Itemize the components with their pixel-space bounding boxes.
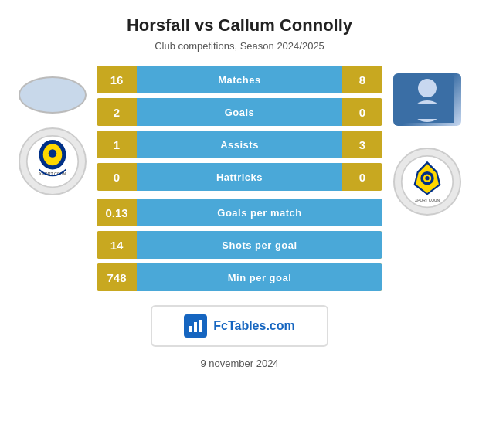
left-column: XPORT COUN bbox=[8, 66, 97, 195]
svg-rect-17 bbox=[194, 322, 197, 332]
assists-row: 1 Assists 3 bbox=[97, 131, 382, 158]
page-wrapper: Horsfall vs Callum Connolly Club competi… bbox=[0, 0, 479, 385]
horsfall-badge-oval bbox=[19, 76, 87, 114]
horsfall-badge-svg: XPORT COUN bbox=[25, 134, 80, 188]
footer-date: 9 november 2024 bbox=[0, 358, 479, 369]
svg-rect-8 bbox=[413, 104, 441, 119]
svg-rect-16 bbox=[189, 326, 192, 332]
hattricks-row: 0 Hattricks 0 bbox=[97, 163, 382, 191]
main-section: XPORT COUN 16 Matches 8 2 Goals 0 1 bbox=[0, 66, 479, 291]
center-column: 16 Matches 8 2 Goals 0 1 Assists 3 0 Hat… bbox=[97, 66, 382, 291]
hattricks-right: 0 bbox=[342, 163, 382, 191]
player-silhouette-svg bbox=[400, 76, 454, 123]
goals-per-match-label: Goals per match bbox=[137, 199, 382, 226]
fctables-icon bbox=[184, 314, 207, 338]
fctables-label: FcTables.com bbox=[213, 319, 295, 333]
goals-per-match-row: 0.13 Goals per match bbox=[97, 199, 382, 226]
right-column: XPORT COUN bbox=[382, 66, 471, 216]
goals-right: 0 bbox=[342, 98, 382, 126]
svg-point-3 bbox=[48, 149, 56, 158]
horsfall-club-badge: XPORT COUN bbox=[19, 127, 87, 195]
svg-rect-18 bbox=[199, 320, 202, 332]
min-per-goal-left: 748 bbox=[97, 263, 137, 291]
shots-per-goal-label: Shots per goal bbox=[137, 231, 382, 259]
matches-right: 8 bbox=[342, 66, 382, 93]
page-subtitle: Club competitions, Season 2024/2025 bbox=[0, 40, 479, 52]
svg-point-6 bbox=[418, 79, 437, 97]
newport-badge-svg: XPORT COUN bbox=[400, 154, 454, 209]
goals-per-match-left: 0.13 bbox=[97, 199, 137, 226]
min-per-goal-label: Min per goal bbox=[137, 263, 382, 291]
assists-right: 3 bbox=[342, 131, 382, 158]
goals-label: Goals bbox=[137, 98, 342, 126]
assists-label: Assists bbox=[137, 131, 342, 158]
page-title: Horsfall vs Callum Connolly bbox=[0, 15, 479, 36]
svg-text:XPORT COUN: XPORT COUN bbox=[415, 199, 440, 202]
svg-point-14 bbox=[425, 176, 429, 180]
shots-per-goal-row: 14 Shots per goal bbox=[97, 231, 382, 259]
goals-row: 2 Goals 0 bbox=[97, 98, 382, 126]
callum-club-badge: XPORT COUN bbox=[393, 148, 461, 216]
fctables-branding: FcTables.com bbox=[151, 305, 328, 347]
matches-left: 16 bbox=[97, 66, 137, 93]
hattricks-left: 0 bbox=[97, 163, 137, 191]
matches-label: Matches bbox=[137, 66, 342, 93]
callum-connolly-photo bbox=[393, 73, 461, 126]
bar-chart-icon bbox=[188, 318, 203, 334]
assists-left: 1 bbox=[97, 131, 137, 158]
shots-per-goal-left: 14 bbox=[97, 231, 137, 259]
min-per-goal-row: 748 Min per goal bbox=[97, 263, 382, 291]
goals-left: 2 bbox=[97, 98, 137, 126]
hattricks-label: Hattricks bbox=[137, 163, 342, 191]
matches-row: 16 Matches 8 bbox=[97, 66, 382, 93]
